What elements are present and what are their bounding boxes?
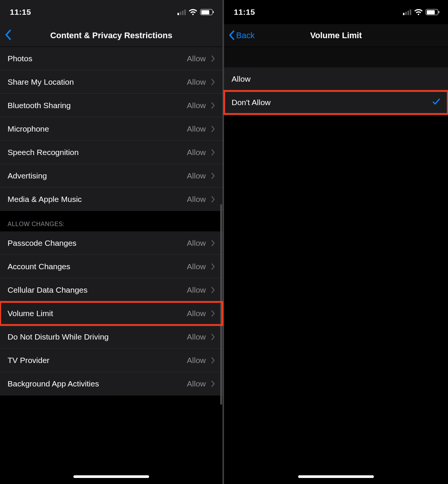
list-row[interactable]: PhotosAllow bbox=[0, 47, 222, 70]
chevron-right-icon bbox=[211, 310, 215, 317]
left-screen: 11:15 Content & Privacy Restrictions Pho… bbox=[0, 0, 224, 484]
row-value: Allow bbox=[187, 356, 206, 365]
row-value: Allow bbox=[187, 54, 206, 63]
status-time: 11:15 bbox=[10, 8, 31, 17]
chevron-right-icon bbox=[211, 79, 215, 85]
status-time: 11:15 bbox=[234, 8, 255, 17]
list-row[interactable]: Share My LocationAllow bbox=[0, 70, 222, 94]
chevron-right-icon bbox=[211, 196, 215, 203]
chevron-right-icon bbox=[211, 380, 215, 387]
status-icons bbox=[177, 9, 213, 15]
list-row[interactable]: TV ProviderAllow bbox=[0, 349, 222, 372]
row-value: Allow bbox=[187, 285, 206, 295]
row-value: Allow bbox=[187, 101, 206, 110]
chevron-left-icon bbox=[229, 29, 235, 42]
chevron-right-icon bbox=[211, 55, 215, 62]
chevron-left-icon bbox=[5, 29, 11, 42]
row-label: Cellular Data Changes bbox=[8, 285, 187, 295]
chevron-right-icon bbox=[211, 240, 215, 247]
row-label: Don't Allow bbox=[232, 98, 432, 107]
back-label: Back bbox=[236, 31, 255, 40]
chevron-right-icon bbox=[211, 102, 215, 109]
row-label: Advertising bbox=[8, 171, 187, 180]
spacer bbox=[224, 47, 448, 67]
row-label: Speech Recognition bbox=[8, 148, 187, 157]
privacy-section: PhotosAllowShare My LocationAllowBluetoo… bbox=[0, 47, 222, 211]
back-button[interactable]: Back bbox=[229, 24, 255, 47]
row-value: Allow bbox=[187, 262, 206, 271]
row-label: TV Provider bbox=[8, 356, 187, 365]
right-screen: 11:15 Back Volume Limit AllowDon't Allow bbox=[224, 0, 448, 484]
list-row[interactable]: Background App ActivitiesAllow bbox=[0, 372, 222, 396]
row-label: Allow bbox=[232, 74, 440, 84]
row-value: Allow bbox=[187, 332, 206, 341]
row-label: Media & Apple Music bbox=[8, 195, 187, 204]
row-label: Microphone bbox=[8, 124, 187, 133]
row-label: Photos bbox=[8, 54, 187, 63]
list-row[interactable]: AdvertisingAllow bbox=[0, 164, 222, 188]
section-header-allow-changes: ALLOW CHANGES: bbox=[0, 211, 222, 231]
list-row[interactable]: Bluetooth SharingAllow bbox=[0, 94, 222, 117]
row-value: Allow bbox=[187, 171, 206, 180]
nav-bar: Back Volume Limit bbox=[224, 24, 448, 47]
row-value: Allow bbox=[187, 379, 206, 388]
row-label: Share My Location bbox=[8, 78, 187, 87]
page-title: Volume Limit bbox=[224, 31, 448, 40]
row-value: Allow bbox=[187, 309, 206, 318]
chevron-right-icon bbox=[211, 287, 215, 293]
row-value: Allow bbox=[187, 148, 206, 157]
status-bar: 11:15 bbox=[0, 0, 222, 24]
cellular-signal-icon bbox=[177, 9, 186, 15]
back-button[interactable] bbox=[5, 24, 11, 47]
chevron-right-icon bbox=[211, 357, 215, 364]
chevron-right-icon bbox=[211, 172, 215, 179]
list-row[interactable]: Account ChangesAllow bbox=[0, 255, 222, 278]
home-indicator[interactable] bbox=[73, 475, 149, 478]
allow-changes-section: Passcode ChangesAllowAccount ChangesAllo… bbox=[0, 231, 222, 396]
chevron-right-icon bbox=[211, 149, 215, 156]
list-row[interactable]: Media & Apple MusicAllow bbox=[0, 188, 222, 211]
chevron-right-icon bbox=[211, 334, 215, 340]
battery-icon bbox=[426, 9, 438, 15]
list-row[interactable]: Passcode ChangesAllow bbox=[0, 231, 222, 255]
status-icons bbox=[403, 9, 438, 15]
list-row[interactable]: Don't Allow bbox=[224, 91, 448, 114]
chevron-right-icon bbox=[211, 126, 215, 132]
row-value: Allow bbox=[187, 78, 206, 87]
list-row[interactable]: MicrophoneAllow bbox=[0, 117, 222, 141]
cellular-signal-icon bbox=[403, 9, 411, 15]
row-value: Allow bbox=[187, 239, 206, 248]
row-label: Volume Limit bbox=[8, 309, 187, 318]
row-label: Do Not Disturb While Driving bbox=[8, 332, 187, 341]
row-label: Bluetooth Sharing bbox=[8, 101, 187, 110]
list-row[interactable]: Do Not Disturb While DrivingAllow bbox=[0, 325, 222, 349]
status-bar: 11:15 bbox=[224, 0, 448, 24]
row-value: Allow bbox=[187, 195, 206, 204]
checkmark-icon bbox=[432, 98, 440, 107]
row-label: Background App Activities bbox=[8, 379, 187, 388]
chevron-right-icon bbox=[211, 263, 215, 270]
volume-limit-options: AllowDon't Allow bbox=[224, 67, 448, 114]
row-label: Account Changes bbox=[8, 262, 187, 271]
row-value: Allow bbox=[187, 124, 206, 133]
list-row[interactable]: Volume LimitAllow bbox=[0, 302, 222, 325]
row-label: Passcode Changes bbox=[8, 239, 187, 248]
home-indicator[interactable] bbox=[298, 475, 374, 478]
battery-icon bbox=[200, 9, 213, 15]
page-title: Content & Privacy Restrictions bbox=[0, 31, 222, 40]
wifi-icon bbox=[189, 9, 197, 15]
list-row[interactable]: Allow bbox=[224, 67, 448, 91]
list-row[interactable]: Speech RecognitionAllow bbox=[0, 141, 222, 164]
nav-bar: Content & Privacy Restrictions bbox=[0, 24, 222, 47]
wifi-icon bbox=[414, 9, 423, 15]
list-row[interactable]: Cellular Data ChangesAllow bbox=[0, 278, 222, 302]
